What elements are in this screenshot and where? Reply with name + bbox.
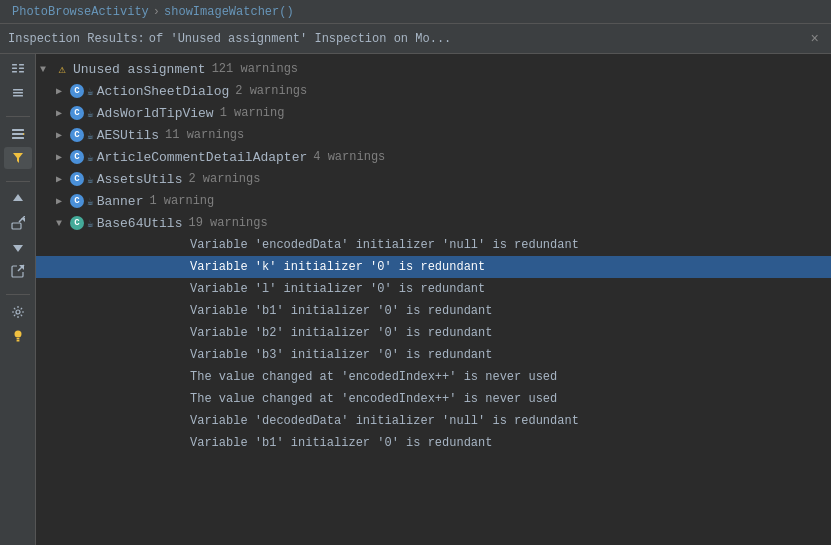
list-item[interactable]: C ☕ ArticleCommentDetailAdapter 4 warnin… [36,146,831,168]
list-item[interactable]: Variable 'l' initializer '0' is redundan… [36,278,831,300]
class-icon-article: C [70,150,84,164]
root-count: 121 warnings [212,62,298,76]
toolbar-divider-1 [6,116,30,117]
count-aes: 11 warnings [165,128,244,142]
svg-rect-6 [13,89,23,91]
svg-rect-1 [12,68,17,70]
open-in-editor-button[interactable] [4,260,32,282]
svg-point-22 [14,331,21,338]
toolbar [0,54,36,545]
svg-point-21 [16,310,20,314]
svg-marker-13 [13,153,23,163]
breadcrumb-arrow: › [153,5,160,19]
svg-marker-18 [13,245,23,252]
arrow-root [40,64,54,75]
svg-rect-9 [12,129,24,131]
message-decodeddata: Variable 'decodedData' initializer 'null… [190,414,579,428]
list-item[interactable]: C ☕ AdsWorldTipView 1 warning [36,102,831,124]
collapse-all-button[interactable] [4,82,32,104]
warning-icon-root: ⚠ [54,61,70,77]
svg-rect-23 [16,338,19,340]
filter-button[interactable] [4,147,32,169]
breadcrumb-method[interactable]: showImageWatcher() [164,5,294,19]
class-icon-assets: C [70,172,84,186]
count-banner: 1 warning [149,194,214,208]
list-item[interactable]: The value changed at 'encodedIndex++' is… [36,366,831,388]
svg-rect-10 [12,133,24,135]
breadcrumb: PhotoBrowseActivity › showImageWatcher() [0,0,831,24]
list-item[interactable]: Variable 'encodedData' initializer 'null… [36,234,831,256]
arrow-banner [56,195,70,207]
arrow-ads [56,107,70,119]
tool-group-4 [4,301,32,347]
svg-rect-2 [19,64,24,66]
svg-marker-12 [23,133,25,135]
close-button[interactable]: × [807,31,823,47]
class-icon-base64: C [70,216,84,230]
message-b3: Variable 'b3' initializer '0' is redunda… [190,348,492,362]
svg-rect-8 [13,95,23,97]
lang-icon-base64: ☕ [87,217,94,230]
root-label: Unused assignment [73,62,206,77]
settings-button[interactable] [4,301,32,323]
svg-marker-14 [13,194,23,201]
list-item[interactable]: C ☕ ActionSheetDialog 2 warnings [36,80,831,102]
count-assets: 2 warnings [188,172,260,186]
tool-group-2 [4,123,32,169]
lang-icon-actionsheet: ☕ [87,85,94,98]
lang-icon-article: ☕ [87,151,94,164]
class-icon-banner: C [70,194,84,208]
svg-rect-0 [12,64,17,66]
list-item[interactable]: Variable 'b1' initializer '0' is redunda… [36,432,831,454]
list-item[interactable]: C ☕ AESUtils 11 warnings [36,124,831,146]
count-base64: 19 warnings [188,216,267,230]
list-item-selected[interactable]: Variable 'k' initializer '0' is redundan… [36,256,831,278]
results-area[interactable]: ⚠ Unused assignment 121 warnings C ☕ Act… [36,54,831,545]
export-button[interactable] [4,212,32,234]
hint-button[interactable] [4,325,32,347]
list-item[interactable]: C ☕ AssetsUtils 2 warnings [36,168,831,190]
group-button[interactable] [4,123,32,145]
tool-group-1 [4,58,32,104]
list-item[interactable]: The value changed at 'encodedIndex++' is… [36,388,831,410]
arrow-actionsheet [56,85,70,97]
class-icon-actionsheet: C [70,84,84,98]
list-item[interactable]: Variable 'b2' initializer '0' is redunda… [36,322,831,344]
class-label-ads: AdsWorldTipView [97,106,214,121]
arrow-aes [56,129,70,141]
svg-rect-11 [12,137,24,139]
tool-group-3 [4,188,32,282]
count-ads: 1 warning [220,106,285,120]
arrow-assets [56,173,70,185]
message-b2: Variable 'b2' initializer '0' is redunda… [190,326,492,340]
list-item[interactable]: Variable 'b1' initializer '0' is redunda… [36,300,831,322]
arrow-article [56,151,70,163]
tree-root[interactable]: ⚠ Unused assignment 121 warnings [36,58,831,80]
main-area: ⚠ Unused assignment 121 warnings C ☕ Act… [0,54,831,545]
class-label-aes: AESUtils [97,128,159,143]
class-label-banner: Banner [97,194,144,209]
list-item[interactable]: Variable 'decodedData' initializer 'null… [36,410,831,432]
svg-rect-24 [16,340,19,342]
message-encodeddata: Variable 'encodedData' initializer 'null… [190,238,579,252]
lang-icon-assets: ☕ [87,173,94,186]
svg-rect-3 [19,68,24,70]
lang-icon-banner: ☕ [87,195,94,208]
message-b1: Variable 'b1' initializer '0' is redunda… [190,304,492,318]
svg-rect-7 [13,92,23,94]
message-k: Variable 'k' initializer '0' is redundan… [190,260,485,274]
svg-rect-4 [12,71,17,73]
list-item[interactable]: Variable 'b3' initializer '0' is redunda… [36,344,831,366]
inspection-label: Inspection Results: [8,32,145,46]
arrow-base64 [56,218,70,229]
list-item[interactable]: C ☕ Base64Utils 19 warnings [36,212,831,234]
lang-icon-ads: ☕ [87,107,94,120]
expand-all-button[interactable] [4,58,32,80]
list-item[interactable]: C ☕ Banner 1 warning [36,190,831,212]
breadcrumb-class[interactable]: PhotoBrowseActivity [12,5,149,19]
next-button[interactable] [4,236,32,258]
prev-button[interactable] [4,188,32,210]
class-icon-ads: C [70,106,84,120]
svg-rect-5 [19,71,24,73]
class-label-assets: AssetsUtils [97,172,183,187]
